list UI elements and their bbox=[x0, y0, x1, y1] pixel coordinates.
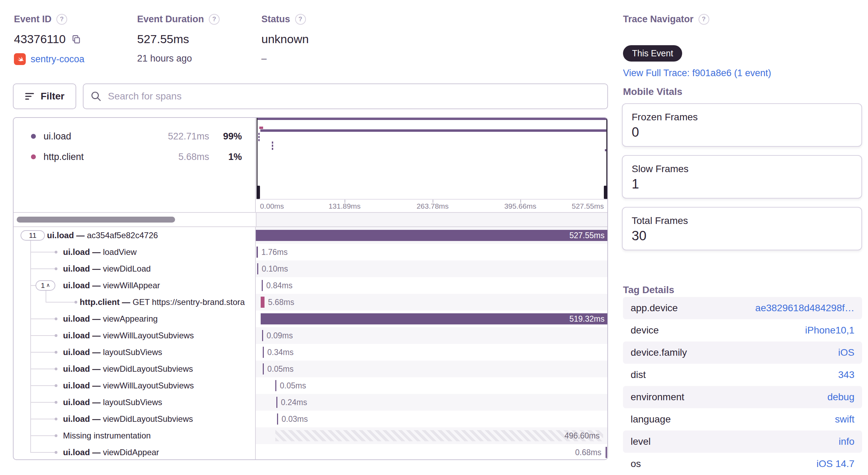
span-bar-cell: 0.34ms bbox=[256, 344, 607, 361]
tag-value-link[interactable]: 343 bbox=[838, 369, 854, 380]
tag-value-link[interactable]: swift bbox=[835, 414, 854, 425]
span-bar-cell: 496.60ms bbox=[256, 427, 607, 444]
span-tree-cell: http.client — GET https://sentry-brand.s… bbox=[14, 294, 256, 311]
tag-value-link[interactable]: debug bbox=[827, 392, 854, 403]
span-duration-bar[interactable] bbox=[257, 263, 258, 274]
minimap-root-span-bar bbox=[257, 118, 607, 120]
help-icon[interactable]: ? bbox=[56, 14, 67, 25]
span-description: ui.load — viewWillLayoutSubviews bbox=[63, 377, 194, 394]
children-count-badge[interactable]: 11 bbox=[21, 230, 45, 241]
span-duration-bar[interactable] bbox=[275, 380, 276, 391]
vital-label: Total Frames bbox=[632, 215, 861, 226]
span-duration-label: 0.24ms bbox=[281, 397, 307, 408]
span-row[interactable]: ui.load — viewDidLoad0.10ms bbox=[14, 260, 607, 277]
minimap-left-drag-handle[interactable] bbox=[257, 186, 260, 199]
trace-minimap[interactable] bbox=[257, 118, 607, 199]
trace-waterfall-panel: ui.load522.71ms99%http.client5.68ms1% 0.… bbox=[13, 117, 608, 460]
tag-row-language: languageswift bbox=[623, 408, 862, 430]
span-row[interactable]: Missing instrumentation496.60ms bbox=[14, 427, 607, 444]
span-duration-bar[interactable] bbox=[262, 330, 263, 341]
span-bar-cell: 0.84ms bbox=[256, 277, 607, 294]
span-tree-cell: ui.load — viewDidLoad bbox=[14, 260, 256, 277]
span-row[interactable]: ui.load — loadView1.76ms bbox=[14, 244, 607, 260]
copy-event-id-button[interactable] bbox=[71, 34, 81, 44]
span-bar-cell: 1.76ms bbox=[256, 244, 607, 260]
span-duration-bar[interactable]: 496.60ms bbox=[275, 430, 603, 441]
tag-row-os: osiOS 14.7 bbox=[623, 453, 862, 475]
span-duration-label: 496.60ms bbox=[565, 430, 600, 441]
span-duration-bar[interactable] bbox=[263, 363, 264, 375]
horizontal-scrollbar-thumb[interactable] bbox=[17, 217, 175, 223]
span-duration-bar[interactable]: 527.55ms bbox=[256, 230, 607, 241]
tag-key: device.family bbox=[631, 347, 687, 358]
span-row[interactable]: ui.load — layoutSubViews0.24ms bbox=[14, 394, 607, 411]
span-row[interactable]: 1∧ui.load — viewWillAppear0.84ms bbox=[14, 277, 607, 294]
panel-divider bbox=[256, 213, 257, 226]
span-duration-bar[interactable] bbox=[263, 347, 264, 358]
tree-connector bbox=[30, 268, 55, 269]
help-icon[interactable]: ? bbox=[295, 14, 306, 25]
collapse-badge[interactable]: 1∧ bbox=[35, 280, 55, 291]
span-duration-bar[interactable] bbox=[261, 297, 265, 308]
tree-node-dot bbox=[55, 418, 57, 420]
help-icon[interactable]: ? bbox=[699, 14, 709, 25]
tag-value-link[interactable]: iOS bbox=[838, 347, 854, 358]
tag-value-link[interactable]: iOS 14.7 bbox=[816, 458, 854, 469]
span-row[interactable]: 11ui.load — ac354af5e82c4726527.55ms bbox=[14, 227, 607, 244]
span-tree-cell: ui.load — layoutSubViews bbox=[14, 344, 256, 361]
span-duration-bar[interactable] bbox=[257, 247, 258, 258]
this-event-badge[interactable]: This Event bbox=[623, 45, 682, 62]
span-bar-cell: 0.05ms bbox=[256, 361, 607, 377]
search-icon bbox=[90, 91, 102, 102]
vital-card-slow-frames: Slow Frames1 bbox=[622, 155, 862, 199]
tag-key: level bbox=[631, 436, 651, 447]
tag-key: device bbox=[631, 325, 659, 336]
span-row[interactable]: http.client — GET https://sentry-brand.s… bbox=[14, 294, 607, 311]
span-row[interactable]: ui.load — layoutSubViews0.34ms bbox=[14, 344, 607, 361]
tag-value-link[interactable]: iPhone10,1 bbox=[805, 325, 854, 336]
help-icon[interactable]: ? bbox=[209, 14, 220, 25]
span-duration-bar[interactable] bbox=[277, 413, 278, 425]
span-duration-bar[interactable] bbox=[262, 280, 263, 291]
span-row[interactable]: ui.load — viewDidAppear0.68ms bbox=[14, 444, 607, 460]
legend-item-http.client[interactable]: http.client5.68ms1% bbox=[14, 151, 255, 163]
span-row[interactable]: ui.load — viewDidLayoutSubviews0.03ms bbox=[14, 411, 607, 427]
span-duration-label: 0.03ms bbox=[282, 413, 308, 425]
tag-value-link[interactable]: info bbox=[839, 436, 854, 447]
filter-icon bbox=[25, 92, 35, 101]
tag-value-link[interactable]: ae3829618d484298f… bbox=[755, 303, 854, 314]
span-tree-cell: Missing instrumentation bbox=[14, 427, 256, 444]
span-bar-cell: 0.05ms bbox=[256, 377, 607, 394]
span-description: ui.load — loadView bbox=[63, 244, 137, 260]
span-row[interactable]: ui.load — viewWillLayoutSubviews0.05ms bbox=[14, 377, 607, 394]
horizontal-scrollbar-track[interactable] bbox=[14, 212, 607, 227]
search-bar bbox=[83, 83, 608, 109]
chevron-up-icon: ∧ bbox=[46, 282, 50, 288]
mobile-vitals-heading: Mobile Vitals bbox=[623, 86, 682, 97]
span-row[interactable]: ui.load — viewWillLayoutSubviews0.09ms bbox=[14, 327, 607, 344]
span-description: ui.load — viewWillAppear bbox=[63, 277, 160, 294]
span-description: ui.load — viewDidLayoutSubviews bbox=[63, 411, 193, 427]
span-duration-bar[interactable]: 519.32ms bbox=[261, 313, 607, 324]
tag-key: environment bbox=[631, 392, 684, 403]
search-input[interactable] bbox=[107, 90, 600, 102]
axis-label: 527.55ms bbox=[572, 202, 604, 210]
span-description: ui.load — viewWillLayoutSubviews bbox=[63, 327, 194, 344]
tag-key: os bbox=[631, 458, 641, 469]
vital-label: Frozen Frames bbox=[632, 112, 861, 123]
span-bar-cell: 0.10ms bbox=[256, 260, 607, 277]
tree-connector bbox=[30, 385, 55, 386]
span-row[interactable]: ui.load — viewDidLayoutSubviews0.05ms bbox=[14, 361, 607, 377]
span-description: ui.load — viewDidLoad bbox=[63, 260, 151, 277]
legend-item-ui.load[interactable]: ui.load522.71ms99% bbox=[14, 130, 255, 143]
project-link[interactable]: sentry-cocoa bbox=[31, 54, 85, 65]
view-full-trace-link[interactable]: View Full Trace: f901a8e6 (1 event) bbox=[623, 68, 771, 78]
span-tree-cell: ui.load — viewWillLayoutSubviews bbox=[14, 327, 256, 344]
minimap-right-drag-handle[interactable] bbox=[604, 186, 607, 199]
minimap-span-mark bbox=[272, 145, 273, 147]
span-row[interactable]: ui.load — viewAppearing519.32ms bbox=[14, 311, 607, 327]
filter-button[interactable]: Filter bbox=[13, 83, 76, 109]
span-duration-bar[interactable] bbox=[276, 397, 277, 408]
legend-color-dot bbox=[31, 154, 36, 159]
span-duration-bar[interactable] bbox=[606, 447, 607, 458]
